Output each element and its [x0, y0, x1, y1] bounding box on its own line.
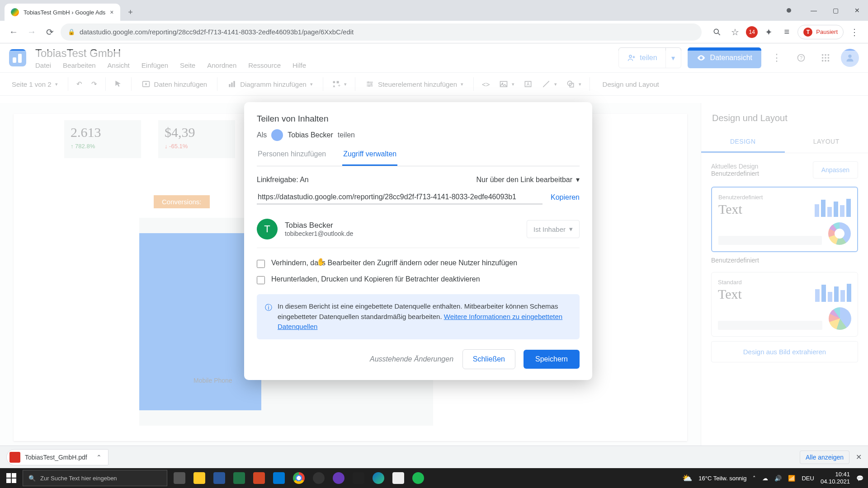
clock[interactable]: 10:41 04.10.2021: [821, 471, 850, 485]
minimize-icon[interactable]: —: [803, 0, 825, 21]
share-dialog: Teilen von Inhalten Als Tobias Becker te…: [244, 102, 592, 380]
mail-icon[interactable]: [269, 468, 288, 488]
cursor-icon: ✋: [316, 258, 326, 266]
chevron-down-icon: ▾: [576, 175, 580, 184]
profile-chip[interactable]: TPausiert: [797, 25, 844, 39]
save-button[interactable]: Speichern: [524, 350, 580, 369]
tab-manage-access[interactable]: Zugriff verwalten: [342, 150, 397, 166]
app-icon[interactable]: [349, 468, 368, 488]
link-sharing-label: Linkfreigabe: An: [257, 176, 309, 184]
weather-icon[interactable]: ⛅: [682, 473, 692, 483]
info-icon: ⓘ: [265, 302, 272, 332]
tab-title: TobiasTest GmbH › Google Ads: [24, 9, 105, 16]
powerpoint-icon[interactable]: [250, 468, 269, 488]
reload-icon[interactable]: ⟳: [42, 25, 57, 39]
system-tray: ⛅ 16°C Teilw. sonnig ˄ ☁ 🔊 📶 DEU 10:41 0…: [682, 471, 868, 485]
back-icon[interactable]: ←: [6, 25, 21, 39]
chevron-up-icon[interactable]: ⌃: [96, 454, 102, 461]
show-all-downloads[interactable]: Alle anzeigen: [800, 450, 849, 464]
person-avatar: T: [257, 219, 278, 239]
browser-tabstrip: TobiasTest GmbH › Google Ads × + — ▢ ✕: [0, 0, 868, 21]
person-email: tobibecker1@outlook.de: [285, 230, 353, 237]
close-button[interactable]: Schließen: [462, 349, 515, 369]
checkbox-input[interactable]: [257, 260, 265, 268]
download-shelf: TobiasTest_GmbH.pdf ⌃ Alle anzeigen ✕: [0, 446, 868, 468]
app-icon[interactable]: [329, 468, 348, 488]
tray-chevron-icon[interactable]: ˄: [753, 475, 756, 482]
explorer-icon[interactable]: [190, 468, 209, 488]
taskview-icon[interactable]: [170, 468, 189, 488]
browser-tab[interactable]: TobiasTest GmbH › Google Ads ×: [5, 4, 120, 21]
spotify-icon[interactable]: [409, 468, 428, 488]
address-bar: ← → ⟳ 🔒 datastudio.google.com/reporting/…: [0, 21, 868, 43]
copy-link-button[interactable]: Kopieren: [551, 193, 580, 202]
info-banner: ⓘ In diesem Bericht ist eine eingebettet…: [257, 294, 580, 339]
obs-icon[interactable]: [309, 468, 328, 488]
weather-text[interactable]: 16°C Teilw. sonnig: [698, 475, 746, 482]
forward-icon[interactable]: →: [24, 25, 39, 39]
excel-icon[interactable]: [230, 468, 249, 488]
word-icon[interactable]: [210, 468, 229, 488]
zoom-icon[interactable]: [710, 25, 724, 39]
pending-changes-label: Ausstehende Änderungen: [370, 355, 453, 363]
tab-add-people[interactable]: Personen hinzufügen: [257, 150, 327, 166]
checkbox-prevent-editors[interactable]: Verhindern, dass Bearbeiter den Zugriff …: [257, 259, 580, 268]
url-text: datastudio.google.com/reporting/28cc9d2f…: [80, 28, 354, 36]
pdf-icon: [9, 452, 20, 463]
share-as-row: Als Tobias Becker teilen: [257, 129, 580, 141]
url-field[interactable]: 🔒 datastudio.google.com/reporting/28cc9d…: [61, 23, 702, 41]
volume-icon[interactable]: 🔊: [774, 475, 782, 482]
person-row: T Tobias Becker tobibecker1@outlook.de I…: [257, 214, 580, 248]
edge-icon[interactable]: [369, 468, 388, 488]
start-button[interactable]: [0, 468, 23, 488]
notifications-icon[interactable]: 💬: [856, 475, 863, 482]
bookmark-icon[interactable]: ☆: [728, 25, 742, 39]
mini-avatar-icon: [271, 129, 283, 141]
chrome-menu-icon[interactable]: ⋮: [847, 25, 862, 39]
checkbox-disable-download[interactable]: Herunterladen, Drucken und Kopieren für …: [257, 275, 580, 284]
chrome-icon[interactable]: [289, 468, 308, 488]
close-window-icon[interactable]: ✕: [846, 0, 868, 21]
share-url-field[interactable]: https://datastudio.google.com/reporting/…: [257, 190, 542, 204]
svg-point-0: [714, 29, 719, 33]
svg-line-1: [718, 33, 720, 35]
toolbar-menu-icon[interactable]: ≡: [779, 25, 794, 39]
window-controls: — ▢ ✕: [803, 0, 868, 21]
download-item[interactable]: TobiasTest_GmbH.pdf ⌃: [6, 449, 108, 465]
tab-favicon: [11, 8, 19, 16]
close-shelf-icon[interactable]: ✕: [856, 453, 862, 461]
maximize-icon[interactable]: ▢: [825, 0, 846, 21]
extensions-icon[interactable]: ✦: [761, 25, 776, 39]
tab-close-icon[interactable]: ×: [110, 9, 113, 16]
onedrive-icon[interactable]: ☁: [762, 475, 768, 482]
person-name: Tobias Becker: [285, 221, 353, 230]
permission-dropdown[interactable]: Nur über den Link bearbeitbar▾: [476, 175, 580, 184]
search-icon: 🔍: [28, 475, 36, 482]
download-filename: TobiasTest_GmbH.pdf: [25, 454, 87, 461]
checkbox-input[interactable]: [257, 276, 265, 284]
wifi-icon[interactable]: 📶: [788, 475, 795, 482]
taskbar-apps: [170, 468, 428, 488]
lock-icon: 🔒: [68, 28, 75, 35]
notepad-icon[interactable]: [389, 468, 408, 488]
new-tab-button[interactable]: +: [124, 5, 137, 19]
extension-badge[interactable]: 14: [746, 26, 758, 38]
role-dropdown[interactable]: Ist Inhaber▾: [527, 220, 580, 238]
taskbar-search[interactable]: 🔍 Zur Suche Text hier eingeben: [23, 470, 167, 486]
tabstrip-indicator: [787, 8, 791, 13]
chevron-down-icon: ▾: [569, 225, 573, 233]
language-indicator[interactable]: DEU: [802, 475, 814, 482]
dialog-tabs: Personen hinzufügen Zugriff verwalten: [257, 150, 580, 166]
search-placeholder: Zur Suche Text hier eingeben: [40, 475, 117, 482]
windows-taskbar: 🔍 Zur Suche Text hier eingeben ⛅ 16°C Te…: [0, 468, 868, 488]
dialog-title: Teilen von Inhalten: [257, 114, 580, 124]
